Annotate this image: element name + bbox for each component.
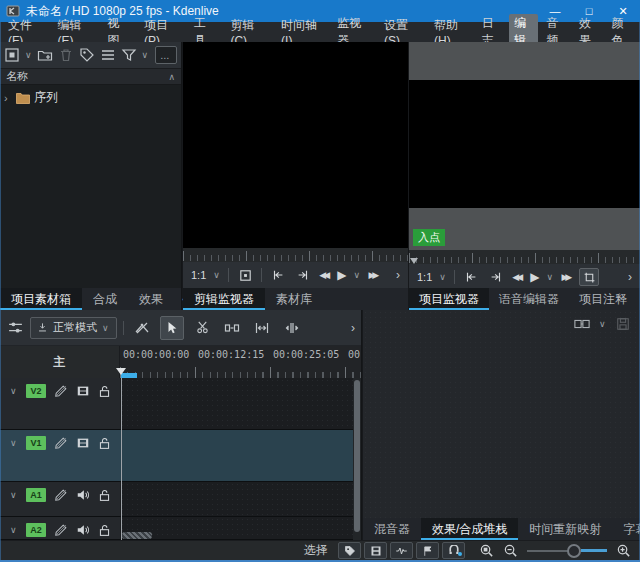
lock-track-icon[interactable] <box>98 385 111 398</box>
timeline-horizontal-scrollbar[interactable] <box>122 532 152 539</box>
playhead-line[interactable] <box>121 378 122 540</box>
show-audio-thumbnails-button[interactable] <box>390 542 413 559</box>
tab-clip-monitor[interactable]: 剪辑监视器 <box>183 288 265 310</box>
project-monitor-video-area[interactable] <box>409 80 640 208</box>
show-marker-comments-button[interactable] <box>416 542 439 559</box>
play-dropdown-icon[interactable]: ∨ <box>546 272 554 282</box>
chevron-down-icon[interactable]: ∨ <box>439 272 447 282</box>
track-effects-icon[interactable] <box>54 436 68 450</box>
track-header-a2[interactable]: ∨ A2 <box>0 517 120 539</box>
show-tags-button[interactable] <box>338 542 361 559</box>
timeline-vertical-scrollbar[interactable] <box>353 378 361 540</box>
spacer-tool[interactable] <box>220 316 244 340</box>
sort-ascending-icon[interactable]: ∧ <box>168 72 175 82</box>
selection-tool[interactable] <box>160 316 184 340</box>
track-settings-icon[interactable] <box>6 319 24 337</box>
add-marker-button[interactable] <box>236 266 254 284</box>
tab-time-remap[interactable]: 时间重新映射 <box>518 518 612 540</box>
track-row-a1[interactable]: ∨ A1 <box>0 482 353 517</box>
audio-target-badge[interactable]: A2 <box>26 523 46 537</box>
hide-track-icon[interactable] <box>76 384 90 398</box>
collapse-track-icon[interactable]: ∨ <box>10 438 18 448</box>
slip-tool[interactable] <box>250 316 274 340</box>
bin-search-input[interactable]: ... <box>155 46 177 64</box>
collapse-track-icon[interactable]: ∨ <box>10 490 18 500</box>
zoom-in-button[interactable] <box>616 543 631 558</box>
project-monitor-seek-ruler[interactable] <box>409 250 640 264</box>
set-out-point-button[interactable] <box>487 268 505 286</box>
play-button[interactable]: ▶ <box>530 270 539 284</box>
zoom-fit-button[interactable] <box>479 543 494 558</box>
set-in-point-button[interactable] <box>462 268 480 286</box>
chevron-down-icon[interactable]: ∨ <box>599 319 607 329</box>
clip-monitor-seek-ruler[interactable] <box>183 248 408 262</box>
track-row-v2[interactable]: ∨ V2 <box>0 378 353 430</box>
timeline-ruler-scale[interactable]: 00:00:00:00 00:00:12:15 00:00:25:05 00: <box>120 346 361 378</box>
add-clip-dropdown-icon[interactable]: ∨ <box>25 50 32 60</box>
toolbar-overflow-icon[interactable]: › <box>628 270 632 284</box>
lock-track-icon[interactable] <box>98 489 111 502</box>
track-clips-a2[interactable] <box>120 517 353 539</box>
hide-track-icon[interactable] <box>76 436 90 450</box>
filter-button[interactable] <box>121 46 137 64</box>
mute-track-icon[interactable] <box>76 488 90 502</box>
track-clips-a1[interactable] <box>120 482 353 516</box>
filter-dropdown-icon[interactable]: ∨ <box>142 50 149 60</box>
track-row-v1[interactable]: ∨ V1 <box>0 430 353 482</box>
add-clip-button[interactable] <box>4 46 20 64</box>
zoom-out-button[interactable] <box>503 543 518 558</box>
track-effects-icon[interactable] <box>54 523 68 537</box>
forward-button[interactable]: ▶▶ <box>368 270 379 280</box>
track-row-a2[interactable]: ∨ A2 <box>0 517 353 540</box>
track-header-a1[interactable]: ∨ A1 <box>0 482 120 516</box>
tab-mixer[interactable]: 混音器 <box>363 518 421 540</box>
create-folder-button[interactable] <box>37 46 53 64</box>
ripple-tool[interactable] <box>280 316 304 340</box>
audio-target-badge[interactable]: A1 <box>26 488 46 502</box>
track-clips-v1[interactable] <box>120 430 353 481</box>
lock-track-icon[interactable] <box>98 524 111 537</box>
loop-zone-button[interactable] <box>579 268 599 286</box>
timeline-ruler[interactable]: 主 00:00:00:00 00:00:12:15 00:00:25:05 00… <box>0 346 361 378</box>
collapse-track-icon[interactable]: ∨ <box>10 386 18 396</box>
rewind-button[interactable]: ◀◀ <box>512 272 523 282</box>
forward-button[interactable]: ▶▶ <box>561 272 572 282</box>
slider-handle[interactable] <box>567 544 581 558</box>
tag-button[interactable] <box>79 46 95 64</box>
razor-tool[interactable] <box>190 316 214 340</box>
tab-speech-editor[interactable]: 语音编辑器 <box>489 288 569 310</box>
track-clips-v2[interactable] <box>120 378 353 429</box>
playhead-icon[interactable] <box>116 368 126 375</box>
toolbar-overflow-icon[interactable]: › <box>396 268 400 282</box>
chevron-down-icon[interactable]: ∨ <box>213 270 221 280</box>
track-header-v1[interactable]: ∨ V1 <box>0 430 120 481</box>
tab-compositions[interactable]: 合成 <box>82 288 128 310</box>
play-button[interactable]: ▶ <box>337 268 346 282</box>
scrollbar-thumb[interactable] <box>354 380 360 532</box>
track-effects-icon[interactable] <box>54 488 68 502</box>
tab-project-notes[interactable]: 项目注释 <box>569 288 637 310</box>
master-track-button[interactable]: 主 <box>0 346 120 378</box>
bin-item-sequences-folder[interactable]: › 序列 <box>0 85 181 110</box>
mix-clips-tool[interactable] <box>130 316 154 340</box>
timeline-zoom-slider[interactable] <box>527 544 607 558</box>
view-mode-button[interactable] <box>100 46 116 64</box>
set-out-point-button[interactable] <box>294 266 312 284</box>
tab-effect-stack[interactable]: 效果/合成堆栈 <box>421 518 518 540</box>
video-target-badge[interactable]: V1 <box>26 436 46 450</box>
monitor-zoom-level[interactable]: 1:1 <box>417 271 432 283</box>
track-effects-icon[interactable] <box>54 384 68 398</box>
monitor-zoom-level[interactable]: 1:1 <box>191 269 206 281</box>
tab-project-monitor[interactable]: 项目监视器 <box>409 288 489 310</box>
collapse-track-icon[interactable]: ∨ <box>10 525 18 535</box>
show-video-thumbnails-button[interactable] <box>364 542 387 559</box>
clip-monitor-video-area[interactable] <box>183 42 408 248</box>
bin-column-header[interactable]: 名称 ∧ <box>0 68 181 85</box>
track-header-v2[interactable]: ∨ V2 <box>0 378 120 429</box>
rewind-button[interactable]: ◀◀ <box>319 270 330 280</box>
lock-track-icon[interactable] <box>98 437 111 450</box>
snap-toggle-button[interactable] <box>442 542 465 559</box>
play-dropdown-icon[interactable]: ∨ <box>353 270 361 280</box>
tab-project-bin[interactable]: 项目素材箱 <box>0 288 82 310</box>
set-in-point-button[interactable] <box>269 266 287 284</box>
